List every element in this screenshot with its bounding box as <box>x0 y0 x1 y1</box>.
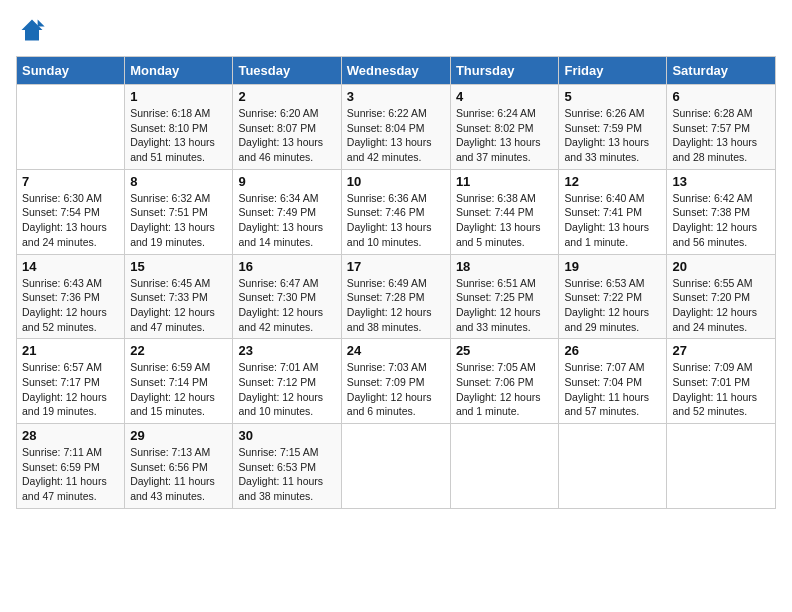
calendar-cell: 19Sunrise: 6:53 AMSunset: 7:22 PMDayligh… <box>559 254 667 339</box>
calendar-cell: 2Sunrise: 6:20 AMSunset: 8:07 PMDaylight… <box>233 85 341 170</box>
day-number: 13 <box>672 174 770 189</box>
day-info: Sunrise: 6:57 AMSunset: 7:17 PMDaylight:… <box>22 360 119 419</box>
logo <box>16 16 46 48</box>
day-info: Sunrise: 6:45 AMSunset: 7:33 PMDaylight:… <box>130 276 227 335</box>
calendar-cell: 6Sunrise: 6:28 AMSunset: 7:57 PMDaylight… <box>667 85 776 170</box>
day-info: Sunrise: 6:34 AMSunset: 7:49 PMDaylight:… <box>238 191 335 250</box>
day-info: Sunrise: 6:49 AMSunset: 7:28 PMDaylight:… <box>347 276 445 335</box>
day-info: Sunrise: 6:38 AMSunset: 7:44 PMDaylight:… <box>456 191 554 250</box>
calendar-cell: 10Sunrise: 6:36 AMSunset: 7:46 PMDayligh… <box>341 169 450 254</box>
day-number: 21 <box>22 343 119 358</box>
day-info: Sunrise: 6:26 AMSunset: 7:59 PMDaylight:… <box>564 106 661 165</box>
calendar-cell: 3Sunrise: 6:22 AMSunset: 8:04 PMDaylight… <box>341 85 450 170</box>
day-info: Sunrise: 6:40 AMSunset: 7:41 PMDaylight:… <box>564 191 661 250</box>
day-number: 20 <box>672 259 770 274</box>
day-info: Sunrise: 6:47 AMSunset: 7:30 PMDaylight:… <box>238 276 335 335</box>
day-number: 3 <box>347 89 445 104</box>
day-number: 28 <box>22 428 119 443</box>
day-info: Sunrise: 7:07 AMSunset: 7:04 PMDaylight:… <box>564 360 661 419</box>
calendar-week-row: 1Sunrise: 6:18 AMSunset: 8:10 PMDaylight… <box>17 85 776 170</box>
day-number: 6 <box>672 89 770 104</box>
calendar-cell: 26Sunrise: 7:07 AMSunset: 7:04 PMDayligh… <box>559 339 667 424</box>
day-number: 8 <box>130 174 227 189</box>
day-info: Sunrise: 7:05 AMSunset: 7:06 PMDaylight:… <box>456 360 554 419</box>
calendar-cell: 22Sunrise: 6:59 AMSunset: 7:14 PMDayligh… <box>125 339 233 424</box>
calendar-cell: 7Sunrise: 6:30 AMSunset: 7:54 PMDaylight… <box>17 169 125 254</box>
day-number: 17 <box>347 259 445 274</box>
page-header <box>16 16 776 48</box>
day-info: Sunrise: 7:15 AMSunset: 6:53 PMDaylight:… <box>238 445 335 504</box>
calendar-cell: 15Sunrise: 6:45 AMSunset: 7:33 PMDayligh… <box>125 254 233 339</box>
calendar-week-row: 14Sunrise: 6:43 AMSunset: 7:36 PMDayligh… <box>17 254 776 339</box>
calendar-cell <box>667 424 776 509</box>
calendar-cell: 9Sunrise: 6:34 AMSunset: 7:49 PMDaylight… <box>233 169 341 254</box>
column-header-tuesday: Tuesday <box>233 57 341 85</box>
calendar-table: SundayMondayTuesdayWednesdayThursdayFrid… <box>16 56 776 509</box>
day-info: Sunrise: 6:55 AMSunset: 7:20 PMDaylight:… <box>672 276 770 335</box>
day-info: Sunrise: 6:43 AMSunset: 7:36 PMDaylight:… <box>22 276 119 335</box>
calendar-cell <box>341 424 450 509</box>
day-info: Sunrise: 7:03 AMSunset: 7:09 PMDaylight:… <box>347 360 445 419</box>
calendar-cell: 20Sunrise: 6:55 AMSunset: 7:20 PMDayligh… <box>667 254 776 339</box>
calendar-cell: 8Sunrise: 6:32 AMSunset: 7:51 PMDaylight… <box>125 169 233 254</box>
day-info: Sunrise: 6:20 AMSunset: 8:07 PMDaylight:… <box>238 106 335 165</box>
day-number: 22 <box>130 343 227 358</box>
day-number: 23 <box>238 343 335 358</box>
calendar-cell: 11Sunrise: 6:38 AMSunset: 7:44 PMDayligh… <box>450 169 559 254</box>
logo-icon <box>18 16 46 44</box>
day-number: 4 <box>456 89 554 104</box>
day-number: 27 <box>672 343 770 358</box>
day-number: 30 <box>238 428 335 443</box>
day-info: Sunrise: 6:36 AMSunset: 7:46 PMDaylight:… <box>347 191 445 250</box>
calendar-cell: 16Sunrise: 6:47 AMSunset: 7:30 PMDayligh… <box>233 254 341 339</box>
day-number: 19 <box>564 259 661 274</box>
calendar-cell: 4Sunrise: 6:24 AMSunset: 8:02 PMDaylight… <box>450 85 559 170</box>
day-number: 2 <box>238 89 335 104</box>
day-info: Sunrise: 6:59 AMSunset: 7:14 PMDaylight:… <box>130 360 227 419</box>
day-info: Sunrise: 7:11 AMSunset: 6:59 PMDaylight:… <box>22 445 119 504</box>
day-info: Sunrise: 6:53 AMSunset: 7:22 PMDaylight:… <box>564 276 661 335</box>
day-number: 1 <box>130 89 227 104</box>
column-header-thursday: Thursday <box>450 57 559 85</box>
calendar-cell: 5Sunrise: 6:26 AMSunset: 7:59 PMDaylight… <box>559 85 667 170</box>
column-header-wednesday: Wednesday <box>341 57 450 85</box>
column-header-sunday: Sunday <box>17 57 125 85</box>
calendar-cell: 12Sunrise: 6:40 AMSunset: 7:41 PMDayligh… <box>559 169 667 254</box>
day-number: 25 <box>456 343 554 358</box>
calendar-cell: 13Sunrise: 6:42 AMSunset: 7:38 PMDayligh… <box>667 169 776 254</box>
day-number: 24 <box>347 343 445 358</box>
day-info: Sunrise: 6:30 AMSunset: 7:54 PMDaylight:… <box>22 191 119 250</box>
column-header-saturday: Saturday <box>667 57 776 85</box>
calendar-cell: 1Sunrise: 6:18 AMSunset: 8:10 PMDaylight… <box>125 85 233 170</box>
day-info: Sunrise: 7:09 AMSunset: 7:01 PMDaylight:… <box>672 360 770 419</box>
day-info: Sunrise: 7:01 AMSunset: 7:12 PMDaylight:… <box>238 360 335 419</box>
day-info: Sunrise: 6:28 AMSunset: 7:57 PMDaylight:… <box>672 106 770 165</box>
calendar-cell: 14Sunrise: 6:43 AMSunset: 7:36 PMDayligh… <box>17 254 125 339</box>
calendar-cell <box>559 424 667 509</box>
calendar-cell: 29Sunrise: 7:13 AMSunset: 6:56 PMDayligh… <box>125 424 233 509</box>
column-header-monday: Monday <box>125 57 233 85</box>
column-header-friday: Friday <box>559 57 667 85</box>
day-info: Sunrise: 7:13 AMSunset: 6:56 PMDaylight:… <box>130 445 227 504</box>
day-number: 11 <box>456 174 554 189</box>
day-number: 29 <box>130 428 227 443</box>
day-number: 16 <box>238 259 335 274</box>
day-info: Sunrise: 6:22 AMSunset: 8:04 PMDaylight:… <box>347 106 445 165</box>
day-number: 5 <box>564 89 661 104</box>
day-number: 14 <box>22 259 119 274</box>
calendar-cell: 25Sunrise: 7:05 AMSunset: 7:06 PMDayligh… <box>450 339 559 424</box>
day-info: Sunrise: 6:51 AMSunset: 7:25 PMDaylight:… <box>456 276 554 335</box>
day-info: Sunrise: 6:18 AMSunset: 8:10 PMDaylight:… <box>130 106 227 165</box>
calendar-header-row: SundayMondayTuesdayWednesdayThursdayFrid… <box>17 57 776 85</box>
day-info: Sunrise: 6:24 AMSunset: 8:02 PMDaylight:… <box>456 106 554 165</box>
day-number: 18 <box>456 259 554 274</box>
day-number: 7 <box>22 174 119 189</box>
day-number: 15 <box>130 259 227 274</box>
calendar-cell: 28Sunrise: 7:11 AMSunset: 6:59 PMDayligh… <box>17 424 125 509</box>
day-number: 9 <box>238 174 335 189</box>
svg-marker-1 <box>38 20 45 27</box>
day-number: 10 <box>347 174 445 189</box>
calendar-cell: 24Sunrise: 7:03 AMSunset: 7:09 PMDayligh… <box>341 339 450 424</box>
calendar-week-row: 7Sunrise: 6:30 AMSunset: 7:54 PMDaylight… <box>17 169 776 254</box>
day-info: Sunrise: 6:32 AMSunset: 7:51 PMDaylight:… <box>130 191 227 250</box>
